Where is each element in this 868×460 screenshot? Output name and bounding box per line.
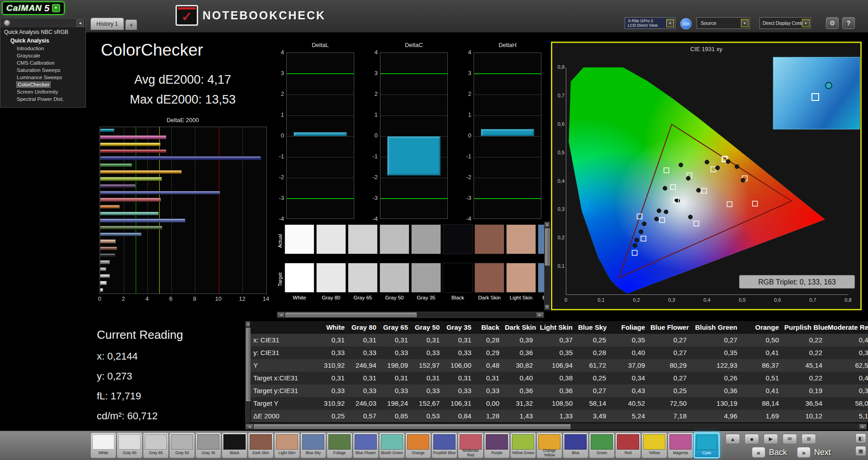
patch-button-red[interactable]: Red — [615, 432, 641, 458]
patch-button-gray-35[interactable]: Gray 35 — [195, 432, 221, 458]
patch-button-light-skin[interactable]: Light Skin — [274, 432, 300, 458]
mail-button[interactable]: ✉ — [783, 434, 797, 444]
deltac-chart-title: DeltaC — [380, 42, 448, 48]
patch-button-moderate-red[interactable]: Moderate Red — [458, 432, 484, 458]
dropdown-arrow-icon[interactable]: ▼ — [666, 19, 674, 27]
y-axis-tick-label: -2 — [460, 174, 471, 180]
column-header-moderate-red: Moderate Red — [828, 321, 868, 334]
workflow-root-node[interactable]: Quick Analysis — [0, 37, 85, 45]
calman-logo[interactable]: CalMAN5 ▼ — [2, 1, 65, 15]
y-axis-tick-label: 2 — [366, 90, 378, 97]
stop-button[interactable]: ■ — [745, 434, 759, 444]
cie-1931-panel[interactable]: CIE 1931 xy — [551, 42, 862, 310]
y-axis-tick-label: -4 — [366, 215, 378, 222]
table-cell: 88,14 — [743, 397, 784, 410]
patch-button-gray-50[interactable]: Gray 50 — [169, 432, 195, 458]
scroll-up-arrow-icon[interactable]: ▲ — [545, 223, 549, 227]
navigation-row: « Back » Next — [752, 447, 841, 458]
eject-button[interactable]: ▲ — [726, 434, 740, 444]
patch-button-magenta[interactable]: Magenta — [668, 432, 693, 458]
patch-button-foliage[interactable]: Foliage — [327, 432, 352, 458]
sidebar-item-luminance-sweeps[interactable]: Luminance Sweeps — [0, 74, 85, 81]
patch-button-dark-skin[interactable]: Dark Skin — [248, 432, 274, 458]
swatch-vertical-scrollbar[interactable]: ▲ ▼ — [544, 222, 550, 310]
dropdown-arrow-icon[interactable]: ▼ — [802, 19, 810, 27]
scroll-down-arrow-icon[interactable]: ▼ — [545, 305, 549, 309]
meter-count-badge[interactable]: 228 — [680, 18, 692, 29]
patch-button-yellow-green[interactable]: Yellow Green — [510, 432, 536, 458]
sidebar-item-screen-uniformity[interactable]: Screen Uniformity — [0, 88, 85, 95]
scrollbar-thumb[interactable] — [254, 424, 570, 429]
patch-button-purplish-blue[interactable]: Purplish Blue — [432, 432, 457, 458]
column-header-light-skin: Light Skin — [538, 321, 578, 334]
swatch-horizontal-scrollbar[interactable]: ◄ ► — [277, 312, 544, 318]
patch-button-blue[interactable]: Blue — [563, 432, 588, 458]
logo-dropdown-arrow-icon[interactable]: ▼ — [52, 4, 60, 12]
patch-button-bluish-green[interactable]: Bluish Green — [379, 432, 405, 458]
sidebar-collapse-button[interactable]: ◄ — [76, 19, 84, 27]
source-label: Source — [701, 20, 716, 26]
source-dropdown[interactable]: Source ▼ — [697, 17, 750, 29]
scrollbar-thumb[interactable] — [285, 313, 417, 317]
table-cell: 0,25 — [578, 372, 612, 384]
patch-label: Bluish Green — [380, 449, 404, 457]
measured-dot-marker — [705, 160, 709, 164]
patch-button-orange[interactable]: Orange — [405, 432, 431, 458]
patch-button-yellow[interactable]: Yellow — [641, 432, 667, 458]
tab-history-1[interactable]: History 1 — [90, 18, 124, 30]
patch-button-blue-flower[interactable]: Blue Flower — [353, 432, 379, 458]
settings-button[interactable]: ⚙ — [826, 17, 839, 29]
scroll-up-arrow-icon[interactable]: ▲ — [246, 322, 250, 327]
help-button[interactable]: ? — [842, 17, 855, 29]
patch-button-cyan[interactable]: Cyan — [694, 432, 720, 458]
sidebar-item-label: CMS Calibration — [17, 60, 55, 66]
y-axis-tick-label: 0 — [366, 132, 378, 139]
deltae-bar-orange-yellow — [100, 170, 182, 174]
patch-button-black[interactable]: Black — [222, 432, 247, 458]
patch-button-white[interactable]: White — [90, 432, 116, 458]
sidebar-item-introduction[interactable]: Introduction — [0, 45, 85, 52]
back-label[interactable]: Back — [769, 448, 787, 457]
patch-label: Magenta — [669, 449, 693, 457]
table-vertical-scrollbar[interactable]: ▲ — [245, 321, 250, 423]
table-cell: 0,33 — [477, 384, 505, 397]
scroll-left-arrow-icon[interactable]: ◄ — [278, 313, 285, 317]
table-horizontal-scrollbar[interactable]: ◄ ► — [245, 423, 867, 430]
swatch-label: Blue Sky — [538, 295, 544, 300]
patch-label: Light Skin — [275, 449, 299, 457]
back-button[interactable]: « — [752, 447, 765, 458]
table-cell: 0,22 — [784, 346, 828, 359]
table-cell: 0,33 — [350, 346, 382, 359]
sidebar-item-colorchecker[interactable]: ColorChecker — [0, 81, 85, 88]
scrollbar-thumb[interactable] — [545, 228, 550, 266]
sidebar-item-grayscale[interactable]: Grayscale — [0, 52, 85, 59]
table-cell: 246,03 — [350, 397, 382, 410]
patch-button-purple[interactable]: Purple — [484, 432, 510, 458]
patch-button-blue-sky[interactable]: Blue Sky — [300, 432, 326, 458]
patch-button-orange-yellow[interactable]: Orange Yellow — [536, 432, 562, 458]
meter-dropdown[interactable]: X-Rite i1Pro 2 LCD Direct View ▼ — [625, 17, 675, 29]
patch-button-gray-80[interactable]: Gray 80 — [117, 432, 142, 458]
scroll-left-arrow-icon[interactable]: ◄ — [246, 424, 253, 429]
dropdown-arrow-icon[interactable]: ▼ — [741, 19, 749, 27]
column-header-purplish-blue: Purplish Blue — [784, 321, 828, 334]
next-button[interactable]: » — [797, 447, 811, 458]
y-axis-tick-label: -1 — [366, 153, 378, 160]
sidebar-item-saturation-sweeps[interactable]: Saturation Sweeps — [0, 66, 85, 74]
play-button[interactable]: ▶ — [764, 434, 778, 444]
new-tab-button[interactable]: + — [125, 19, 137, 30]
patch-button-green[interactable]: Green — [589, 432, 615, 458]
window-button[interactable]: ⊞ — [802, 434, 816, 444]
sidebar-item-cms-calibration[interactable]: CMS Calibration — [0, 59, 85, 66]
next-label[interactable]: Next — [814, 448, 831, 457]
table-cell: 0,27 — [650, 334, 692, 346]
patch-color-swatch — [538, 434, 560, 450]
display-control-dropdown[interactable]: Direct Display Control ▼ — [759, 17, 811, 29]
panel-button[interactable]: ▦ — [855, 446, 866, 456]
patch-button-gray-65[interactable]: Gray 65 — [143, 432, 169, 458]
scroll-right-arrow-icon[interactable]: ► — [536, 313, 543, 317]
sidebar-item-spectral-power-dist[interactable]: Spectral Power Dist. — [0, 95, 85, 103]
scroll-right-arrow-icon[interactable]: ► — [859, 424, 866, 429]
grid-button[interactable]: ◧ — [855, 433, 866, 443]
table-cell: 108,50 — [538, 397, 578, 410]
